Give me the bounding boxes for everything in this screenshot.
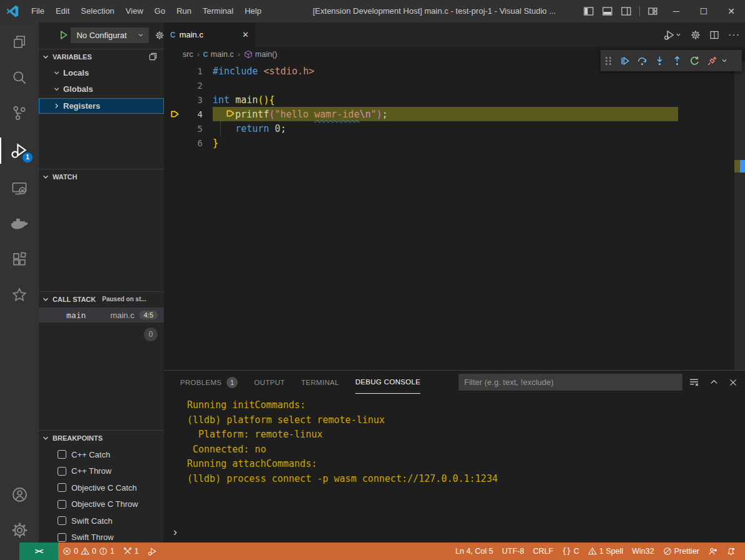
- search-icon[interactable]: [0, 62, 39, 93]
- menu-view[interactable]: View: [120, 0, 149, 22]
- docker-icon[interactable]: [0, 208, 39, 239]
- breakpoint-checkbox[interactable]: [58, 516, 66, 525]
- menu-run[interactable]: Run: [171, 0, 197, 22]
- star-icon[interactable]: [0, 279, 39, 311]
- encoding-item[interactable]: UTF-8: [497, 542, 528, 560]
- step-into-button[interactable]: [651, 52, 668, 69]
- start-debug-icon[interactable]: [59, 30, 68, 40]
- variables-section-header[interactable]: VARIABLES: [39, 49, 164, 64]
- tab-debug-console[interactable]: DEBUG CONSOLE: [355, 371, 420, 394]
- extensions-icon[interactable]: [0, 244, 39, 275]
- menu-terminal[interactable]: Terminal: [197, 0, 239, 22]
- menu-go[interactable]: Go: [149, 0, 171, 22]
- breakpoint-row[interactable]: Objective C Throw: [39, 496, 164, 512]
- editor-settings-gear-icon[interactable]: [691, 30, 701, 40]
- accounts-icon[interactable]: [0, 479, 39, 510]
- source-control-icon[interactable]: [0, 98, 39, 129]
- console-input-prompt[interactable]: ›: [173, 526, 177, 538]
- breakpoint-row[interactable]: C++ Throw: [39, 463, 164, 479]
- close-panel-icon[interactable]: [729, 378, 737, 387]
- clear-console-icon[interactable]: [689, 377, 699, 388]
- editor-scrollbar[interactable]: [734, 61, 745, 370]
- menu-edit[interactable]: Edit: [50, 0, 75, 22]
- debug-settings-gear-icon[interactable]: [155, 31, 164, 40]
- console-filter-input[interactable]: [459, 374, 682, 391]
- tools-status[interactable]: 1: [119, 542, 143, 560]
- token: (){: [258, 94, 275, 106]
- spell-checker-item[interactable]: 1 Spell: [584, 542, 627, 560]
- breakpoint-gutter[interactable]: [164, 92, 185, 107]
- disconnect-button[interactable]: [703, 52, 721, 69]
- feedback-item[interactable]: [704, 542, 722, 560]
- breakpoint-row[interactable]: C++ Catch: [39, 446, 164, 462]
- menu-file[interactable]: File: [26, 0, 50, 22]
- breakpoint-checkbox[interactable]: [58, 450, 66, 459]
- maximize-button[interactable]: ☐: [690, 0, 717, 22]
- more-actions-icon[interactable]: ···: [728, 29, 740, 41]
- drag-handle-icon[interactable]: [606, 57, 612, 65]
- breadcrumb-folder[interactable]: src: [183, 50, 193, 59]
- breakpoint-gutter[interactable]: [164, 136, 185, 150]
- minimize-button[interactable]: ─: [662, 0, 690, 22]
- toggle-panel-icon[interactable]: [598, 0, 617, 22]
- run-and-debug-icon[interactable]: 1: [0, 135, 39, 166]
- variables-globals-row[interactable]: Globals: [39, 81, 164, 97]
- split-editor-icon[interactable]: [709, 30, 719, 40]
- menu-selection[interactable]: Selection: [75, 0, 119, 22]
- breakpoint-checkbox[interactable]: [58, 483, 66, 492]
- token: ): [377, 109, 382, 120]
- tab-problems[interactable]: PROBLEMS 1: [180, 371, 238, 394]
- watch-section-header[interactable]: WATCH: [39, 169, 164, 184]
- breakpoint-gutter[interactable]: [164, 78, 185, 92]
- restart-button[interactable]: [686, 52, 703, 69]
- breakpoints-section-header[interactable]: BREAKPOINTS: [39, 430, 164, 445]
- customize-layout-icon[interactable]: [644, 0, 662, 22]
- breakpoint-checkbox[interactable]: [58, 533, 66, 542]
- tab-output[interactable]: OUTPUT: [254, 371, 285, 394]
- platform-item[interactable]: Win32: [627, 542, 658, 560]
- breakpoint-row[interactable]: Objective C Catch: [39, 479, 164, 496]
- language-mode-item[interactable]: {} C: [558, 542, 584, 560]
- run-or-debug-button[interactable]: [664, 29, 682, 41]
- settings-gear-icon[interactable]: [0, 514, 39, 546]
- debug-config-dropdown[interactable]: No Configurat: [71, 28, 148, 43]
- copy-icon[interactable]: [148, 52, 158, 61]
- menu-help[interactable]: Help: [239, 0, 267, 22]
- breakpoint-row[interactable]: Swift Catch: [39, 512, 164, 529]
- problems-status[interactable]: 0 0 1: [58, 542, 119, 560]
- maximize-panel-icon[interactable]: [709, 378, 719, 387]
- variables-registers-row[interactable]: Registers: [39, 98, 164, 114]
- breakpoint-gutter[interactable]: [164, 121, 185, 136]
- breakpoint-row[interactable]: Swift Throw: [39, 529, 164, 543]
- continue-button[interactable]: [616, 52, 633, 69]
- close-button[interactable]: ✕: [717, 0, 745, 22]
- globals-label: Globals: [63, 84, 93, 94]
- breakpoint-checkbox[interactable]: [58, 500, 66, 509]
- tab-terminal[interactable]: TERMINAL: [301, 371, 339, 394]
- eol-item[interactable]: CRLF: [529, 542, 558, 560]
- breadcrumb-file[interactable]: main.c: [211, 50, 234, 59]
- toggle-secondary-sidebar-icon[interactable]: [617, 0, 636, 22]
- tab-close-icon[interactable]: ✕: [242, 30, 249, 39]
- notifications-item[interactable]: [722, 542, 740, 560]
- tab-main-c[interactable]: C main.c ✕: [164, 22, 255, 47]
- call-stack-status: Paused on st...: [102, 296, 146, 302]
- code-editor[interactable]: 1#include <stdio.h>23int main(){4printf(…: [164, 61, 745, 370]
- toggle-sidebar-icon[interactable]: [579, 0, 598, 22]
- breakpoint-gutter[interactable]: [164, 64, 185, 78]
- chevron-down-icon[interactable]: [721, 57, 728, 64]
- variables-locals-row[interactable]: Locals: [39, 65, 164, 81]
- debug-status-icon-item[interactable]: [143, 542, 161, 560]
- call-stack-frame-row[interactable]: main main.c 4:5: [39, 308, 164, 322]
- breadcrumb-symbol[interactable]: main(): [255, 50, 277, 59]
- step-out-button[interactable]: [668, 52, 686, 69]
- remote-indicator[interactable]: ><: [19, 542, 58, 560]
- step-over-button[interactable]: [633, 52, 651, 69]
- cursor-position[interactable]: Ln 4, Col 5: [451, 542, 497, 560]
- debug-current-line-arrow-icon[interactable]: [164, 107, 185, 121]
- remote-explorer-icon[interactable]: [0, 172, 39, 204]
- call-stack-section-header[interactable]: CALL STACK Paused on st...: [39, 291, 164, 306]
- breakpoint-checkbox[interactable]: [58, 467, 66, 476]
- explorer-icon[interactable]: [0, 26, 39, 58]
- formatter-item[interactable]: Prettier: [659, 542, 704, 560]
